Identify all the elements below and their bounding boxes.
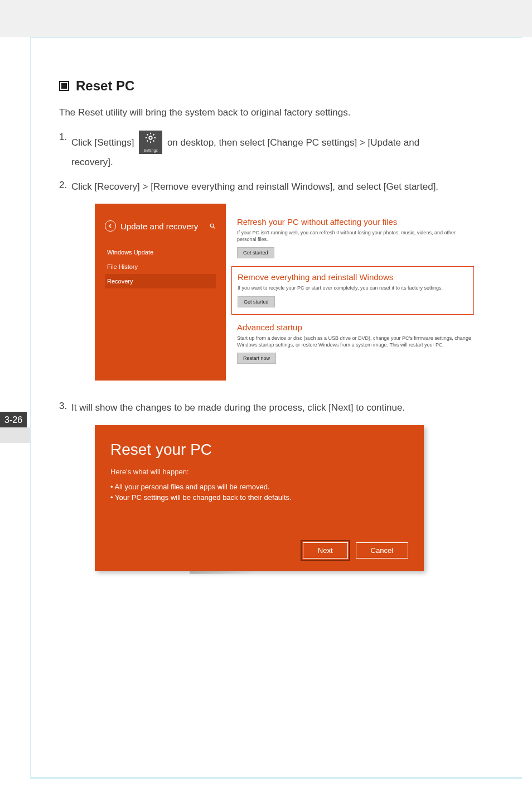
section-advanced-startup: Advanced startup Start up from a device …: [237, 323, 472, 364]
side-tab-spacer: [0, 427, 31, 443]
svg-point-1: [210, 224, 214, 227]
remove-title: Remove everything and reinstall Windows: [238, 272, 468, 282]
recovery-right-panel: Refresh your PC without affecting your f…: [226, 204, 478, 381]
bullet-square-icon: [59, 81, 69, 91]
step-2-text: Click [Recovery] > [Remove everything an…: [71, 181, 438, 192]
settings-tile-label: Settings: [144, 148, 158, 153]
reset-dialog-button-row: Next Cancel: [110, 542, 408, 559]
svg-line-2: [214, 227, 215, 228]
advanced-restart-now-button[interactable]: Restart now: [237, 353, 276, 364]
advanced-title: Advanced startup: [237, 323, 472, 332]
cancel-button[interactable]: Cancel: [356, 542, 408, 559]
section-refresh-pc: Refresh your PC without affecting your f…: [237, 217, 472, 258]
step-2: 2. Click [Recovery] > [Remove everything…: [59, 180, 494, 194]
screenshot-update-recovery: Update and recovery Windows Update File …: [95, 204, 478, 381]
remove-desc: If you want to recycle your PC or start …: [238, 285, 468, 292]
recovery-sidebar-title: Update and recovery: [120, 222, 205, 231]
reset-dialog-subtitle: Here's what will happen:: [110, 468, 408, 476]
refresh-desc: If your PC isn't running well, you can r…: [237, 230, 472, 243]
section-remove-reinstall: Remove everything and reinstall Windows …: [231, 266, 474, 315]
step-1-number: 1.: [59, 132, 67, 143]
step-1-text-b: on desktop, then select [Change PC setti…: [167, 137, 419, 148]
remove-get-started-button[interactable]: Get started: [238, 296, 275, 307]
reset-bullet-1: All your personal files and apps will be…: [110, 482, 408, 493]
recovery-sidebar: Update and recovery Windows Update File …: [95, 204, 226, 381]
advanced-desc: Start up from a device or disc (such as …: [237, 335, 472, 348]
reset-bullet-2: Your PC settings will be changed back to…: [110, 492, 408, 503]
page-number-tab: 3-26: [0, 412, 27, 429]
sidebar-item-file-history[interactable]: File History: [105, 259, 216, 274]
section-title-row: Reset PC: [59, 78, 494, 94]
svg-point-0: [149, 137, 152, 140]
sidebar-item-recovery[interactable]: Recovery: [105, 274, 216, 288]
page-sheet: 3-26 Reset PC The Reset utility will bri…: [0, 37, 532, 799]
section-title: Reset PC: [76, 78, 134, 94]
recovery-sidebar-header: Update and recovery: [105, 220, 216, 232]
refresh-title: Refresh your PC without affecting your f…: [237, 217, 472, 227]
step-3: 3. It will show the changes to be made d…: [59, 401, 494, 415]
step-2-number: 2.: [59, 180, 67, 191]
gear-icon: [144, 132, 157, 148]
refresh-get-started-button[interactable]: Get started: [237, 247, 274, 258]
step-1: 1. Click [Settings] Settings on desktop,…: [59, 132, 494, 170]
screenshot-reset-dialog: Reset your PC Here's what will happen: A…: [95, 425, 424, 571]
reset-dialog-bullets: All your personal files and apps will be…: [110, 482, 408, 503]
sidebar-item-windows-update[interactable]: Windows Update: [105, 245, 216, 259]
steps-list-cont: 3. It will show the changes to be made d…: [59, 401, 494, 415]
settings-charm-tile[interactable]: Settings: [139, 131, 162, 154]
reset-dialog-title: Reset your PC: [110, 441, 408, 459]
page-content: Reset PC The Reset utility will bring th…: [30, 37, 522, 779]
back-arrow-icon[interactable]: [105, 220, 116, 232]
step-3-number: 3.: [59, 401, 67, 412]
next-button[interactable]: Next: [303, 542, 348, 559]
step-1-text-c: recovery].: [71, 155, 494, 170]
step-1-text-a: Click [Settings]: [71, 137, 134, 148]
step-3-text: It will show the changes to be made duri…: [71, 402, 405, 413]
search-icon[interactable]: [209, 222, 216, 231]
dialog-shadow-decor: [190, 571, 257, 574]
steps-list: 1. Click [Settings] Settings on desktop,…: [59, 132, 494, 194]
section-intro: The Reset utility will bring the system …: [59, 107, 494, 118]
